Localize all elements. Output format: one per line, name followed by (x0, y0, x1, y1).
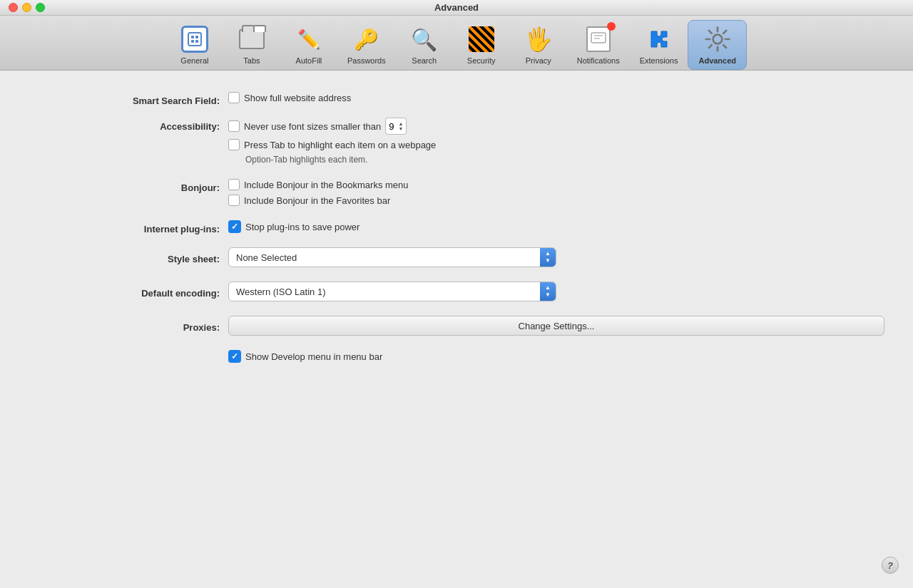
security-icon (469, 26, 494, 52)
encoding-controls: Western (ISO Latin 1) ▲ ▼ (228, 282, 884, 316)
extensions-icon (646, 26, 673, 53)
extensions-icon-wrap (643, 24, 675, 55)
privacy-icon-wrap: 🖐 (523, 24, 554, 55)
tab-security[interactable]: Security (453, 21, 510, 69)
title-bar: Advanced (0, 0, 913, 16)
svg-rect-0 (188, 33, 201, 46)
font-size-value: 9 (389, 121, 394, 132)
svg-rect-1 (191, 36, 194, 38)
tab-tabs[interactable]: Tabs (223, 21, 280, 69)
bonjour-controls: Include Bonjour in the Bookmarks menu In… (228, 179, 884, 220)
tab-passwords-label: Passwords (347, 56, 386, 65)
content-area: Smart Search Field: Show full website ad… (0, 71, 913, 588)
stylesheet-dropdown-arrows: ▲ ▼ (540, 248, 556, 267)
svg-line-13 (709, 31, 712, 33)
autofill-icon: ✏️ (297, 29, 320, 51)
search-icon-wrap: 🔍 (409, 24, 440, 55)
plugins-label: Internet plug-ins: (29, 220, 228, 247)
traffic-lights (9, 3, 45, 12)
tab-privacy-label: Privacy (526, 56, 551, 65)
tab-security-label: Security (467, 56, 496, 65)
font-size-select[interactable]: 9 ▲ ▼ (385, 118, 407, 135)
autofill-icon-wrap: ✏️ (293, 24, 325, 55)
general-icon-wrap (179, 24, 210, 55)
stop-plugins-row: Stop plug-ins to save power (228, 220, 884, 233)
svg-line-15 (723, 31, 726, 33)
tab-highlight-checkbox[interactable] (228, 139, 240, 150)
security-icon-wrap (466, 24, 497, 55)
develop-menu-checkbox[interactable] (228, 350, 241, 363)
stop-plugins-checkbox[interactable] (228, 220, 241, 233)
smart-search-controls: Show full website address (228, 92, 884, 118)
general-icon (181, 26, 208, 53)
svg-rect-3 (191, 40, 194, 43)
tab-search-label: Search (412, 56, 437, 65)
plugins-controls: Stop plug-ins to save power (228, 220, 884, 247)
tab-highlight-row: Press Tab to highlight each item on a we… (228, 139, 884, 150)
show-full-address-checkbox[interactable] (228, 92, 240, 103)
svg-rect-2 (195, 36, 198, 38)
min-font-size-row: Never use font sizes smaller than 9 ▲ ▼ (228, 118, 884, 135)
encoding-dropdown[interactable]: Western (ISO Latin 1) ▲ ▼ (228, 282, 556, 301)
tab-autofill[interactable]: ✏️ AutoFill (280, 21, 337, 69)
maximize-button[interactable] (36, 3, 45, 12)
min-font-size-label: Never use font sizes smaller than (244, 121, 381, 132)
notifications-icon-wrap (583, 24, 614, 55)
develop-menu-label: Show Develop menu in menu bar (245, 351, 382, 362)
tab-extensions[interactable]: Extensions (630, 21, 688, 69)
develop-label-spacer (29, 350, 228, 377)
stop-plugins-label: Stop plug-ins to save power (245, 222, 359, 232)
tab-advanced[interactable]: Advanced (688, 20, 747, 70)
bonjour-favorites-row: Include Bonjour in the Favorites bar (228, 195, 884, 206)
bonjour-favorites-checkbox[interactable] (228, 195, 240, 206)
tab-highlight-label: Press Tab to highlight each item on a we… (244, 140, 436, 150)
accessibility-controls: Never use font sizes smaller than 9 ▲ ▼ … (228, 118, 884, 179)
bonjour-bookmarks-label: Include Bonjour in the Bookmarks menu (244, 180, 409, 190)
tab-extensions-label: Extensions (640, 56, 678, 65)
search-icon: 🔍 (411, 27, 437, 52)
stylesheet-dropdown[interactable]: None Selected ▲ ▼ (228, 247, 556, 267)
accessibility-label: Accessibility: (29, 118, 228, 179)
tab-general[interactable]: General (166, 21, 223, 69)
close-button[interactable] (9, 3, 18, 12)
tab-autofill-label: AutoFill (296, 56, 322, 65)
proxies-controls: Change Settings... (228, 316, 884, 350)
bonjour-bookmarks-row: Include Bonjour in the Bookmarks menu (228, 179, 884, 190)
passwords-icon-wrap: 🔑 (351, 24, 382, 55)
privacy-icon: 🖐 (524, 26, 553, 53)
svg-point-8 (713, 35, 722, 44)
bonjour-favorites-label: Include Bonjour in the Favorites bar (244, 195, 390, 206)
min-font-size-checkbox[interactable] (228, 120, 240, 132)
encoding-dropdown-arrows: ▲ ▼ (540, 282, 556, 301)
tab-general-label: General (180, 56, 208, 65)
svg-line-14 (723, 45, 726, 48)
stylesheet-controls: None Selected ▲ ▼ (228, 247, 884, 282)
tab-privacy[interactable]: 🖐 Privacy (510, 21, 567, 69)
tabs-icon (239, 29, 265, 49)
font-size-arrows: ▲ ▼ (398, 121, 403, 131)
tab-tabs-label: Tabs (243, 56, 260, 65)
minimize-button[interactable] (22, 3, 31, 12)
accessibility-subtext: Option-Tab highlights each item. (245, 155, 884, 165)
encoding-label: Default encoding: (29, 282, 228, 316)
svg-rect-5 (591, 33, 606, 43)
develop-controls: Show Develop menu in menu bar (228, 350, 884, 377)
notification-badge (607, 22, 616, 31)
show-full-address-label: Show full website address (244, 93, 351, 103)
encoding-value: Western (ISO Latin 1) (236, 287, 540, 297)
bonjour-label: Bonjour: (29, 179, 228, 220)
tab-notifications[interactable]: Notifications (567, 21, 630, 69)
stylesheet-label: Style sheet: (29, 247, 228, 282)
settings-grid: Smart Search Field: Show full website ad… (29, 92, 884, 377)
help-button[interactable]: ? (882, 557, 899, 574)
passwords-icon: 🔑 (354, 28, 379, 51)
tab-advanced-label: Advanced (698, 56, 736, 65)
change-settings-button[interactable]: Change Settings... (228, 316, 884, 336)
tab-passwords[interactable]: 🔑 Passwords (337, 21, 396, 69)
notifications-icon (586, 26, 611, 52)
svg-line-16 (709, 45, 712, 48)
advanced-icon (703, 25, 732, 53)
tab-search[interactable]: 🔍 Search (396, 21, 453, 69)
bonjour-bookmarks-checkbox[interactable] (228, 179, 240, 190)
tabs-icon-wrap (236, 24, 267, 55)
